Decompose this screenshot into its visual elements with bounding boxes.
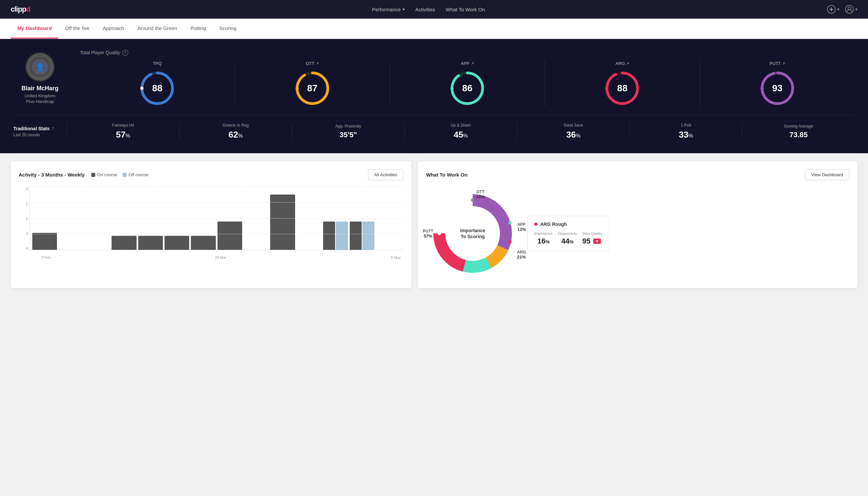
trad-label-col: Traditional Stats ? Last 20 rounds xyxy=(13,126,67,137)
trad-rounds: Last 20 rounds xyxy=(13,133,67,137)
chevron-down-icon2: ▾ xyxy=(837,7,839,12)
stat-app-proximity: App. Proximity 35'5" xyxy=(292,124,404,139)
bar-on-course xyxy=(218,221,242,250)
x-labels: 7 Feb 28 Mar 9 May xyxy=(29,255,404,260)
score-putt: PUTT ↗ 93 xyxy=(700,61,855,107)
donut-center: Importance To Scoring xyxy=(460,228,485,239)
bar-off-course xyxy=(362,221,374,250)
tpq-scores: TPQ 88 OTT ↗ xyxy=(80,61,855,107)
sub-nav: My Dashboard Off the Tee Approach Around… xyxy=(0,19,868,39)
donut-area: Importance To Scoring PUTT 57% OTT 10% A… xyxy=(426,187,849,280)
bar-group xyxy=(244,249,268,250)
add-button[interactable]: ▾ xyxy=(827,5,839,14)
bar-on-course xyxy=(32,233,57,250)
chevron-down-icon3: ▾ xyxy=(855,7,857,12)
bottom-panels: Activity - 3 Months - Weekly On course O… xyxy=(0,153,868,296)
bar-on-course xyxy=(270,195,295,250)
arrow-icon3: ↗ xyxy=(626,61,629,66)
score-tpq: TPQ 88 xyxy=(80,61,235,107)
help-icon2[interactable]: ? xyxy=(52,126,54,131)
score-arg: ARG ↗ 88 xyxy=(545,61,700,107)
player-country: United Kingdom xyxy=(25,93,56,98)
svg-point-29 xyxy=(508,221,511,224)
donut-label-app: APP 12% xyxy=(517,222,526,232)
nav-right: ▾ ▾ xyxy=(827,5,857,14)
legend-dot-off xyxy=(123,173,127,177)
bar-on-course xyxy=(138,236,163,250)
chevron-down-icon: ▾ xyxy=(403,7,405,12)
bar-group xyxy=(164,236,189,250)
svg-point-30 xyxy=(508,240,511,244)
tab-around-the-green[interactable]: Around the Green xyxy=(130,19,184,38)
nav-what-to-work-on[interactable]: What To Work On xyxy=(446,7,485,12)
logo-text2: d xyxy=(26,5,30,13)
info-metrics: Importance 16% Opportunity 44% Shot Qual… xyxy=(534,232,602,246)
bar-off-course xyxy=(336,221,348,250)
circle-app: 86 xyxy=(449,70,486,107)
logo[interactable]: clippd xyxy=(11,5,30,14)
svg-point-28 xyxy=(438,232,441,235)
tab-putting[interactable]: Putting xyxy=(184,19,213,38)
nav-performance[interactable]: Performance ▾ xyxy=(372,7,405,12)
stat-greens-in-reg: Greens In Reg 62% xyxy=(179,123,292,140)
tpq-label: Total Player Quality ? xyxy=(80,50,855,56)
dot-red-icon xyxy=(534,222,538,226)
bar-on-course xyxy=(350,221,362,250)
tab-scoring[interactable]: Scoring xyxy=(212,19,243,38)
trad-label: Traditional Stats ? xyxy=(13,126,67,131)
arrow-icon: ↗ xyxy=(316,61,319,66)
bar-on-course xyxy=(164,236,189,250)
what-to-work-on-panel: What To Work On View Dashboard xyxy=(418,161,857,288)
svg-point-4 xyxy=(848,7,851,10)
legend-on-course: On course xyxy=(91,172,117,177)
svg-point-3 xyxy=(845,5,853,13)
stat-scoring-avg: Scoring Average 73.85 xyxy=(742,124,855,139)
what-panel-header: What To Work On View Dashboard xyxy=(426,169,849,180)
activity-panel-header: Activity - 3 Months - Weekly On course O… xyxy=(19,169,404,180)
metric-shot-quality: Shot Quality 95 ▼ xyxy=(582,232,602,246)
view-dashboard-button[interactable]: View Dashboard xyxy=(805,169,849,180)
metric-opportunity: Opportunity 44% xyxy=(558,232,577,246)
user-menu[interactable]: ▾ xyxy=(845,5,857,14)
all-activities-button[interactable]: All Activities xyxy=(368,169,404,180)
player-name: Blair McHarg xyxy=(21,85,58,92)
score-ott: OTT ↗ 87 xyxy=(235,61,390,107)
help-icon[interactable]: ? xyxy=(122,50,128,56)
traditional-stats: Traditional Stats ? Last 20 rounds Fairw… xyxy=(13,123,855,143)
tab-my-dashboard[interactable]: My Dashboard xyxy=(11,19,58,38)
shot-quality-badge: ▼ xyxy=(593,238,601,244)
bar-on-course xyxy=(323,221,335,250)
grid-line-1 xyxy=(30,234,404,234)
donut-label-arg: ARG 21% xyxy=(517,250,526,260)
activity-chart-title: Activity - 3 Months - Weekly xyxy=(19,172,84,177)
bar-group xyxy=(138,236,163,250)
grid-line-3 xyxy=(30,202,404,203)
bar-group xyxy=(323,221,348,250)
bar-group xyxy=(297,249,321,250)
grid-line-2 xyxy=(30,218,404,218)
tab-approach[interactable]: Approach xyxy=(96,19,130,38)
what-panel-title: What To Work On xyxy=(426,172,467,177)
nav-activities[interactable]: Activities xyxy=(415,7,435,12)
svg-point-16 xyxy=(450,87,454,90)
player-handicap: Plus Handicap xyxy=(26,99,54,104)
y-axis: 4 3 2 1 0 xyxy=(19,187,28,250)
activity-panel: Activity - 3 Months - Weekly On course O… xyxy=(11,161,411,288)
circle-ott: 87 xyxy=(294,70,331,107)
player-info: 👤 Blair McHarg United Kingdom Plus Handi… xyxy=(13,52,67,104)
bar-group xyxy=(85,249,110,250)
tab-off-the-tee[interactable]: Off the Tee xyxy=(58,19,96,38)
bar-on-course xyxy=(112,236,136,250)
bars-container xyxy=(29,187,404,250)
bar-group xyxy=(112,236,136,250)
logo-text1: clipp xyxy=(11,5,26,13)
circle-arg: 88 xyxy=(604,70,641,107)
stat-fairways-hit: Fairways Hit 57% xyxy=(67,123,179,140)
grid-line-4 xyxy=(30,187,404,187)
chart-legend: On course Off course xyxy=(91,172,148,177)
stat-up-and-down: Up & Down 45% xyxy=(404,123,517,140)
info-card-title: ARG Rough xyxy=(534,221,602,227)
bar-group xyxy=(270,195,295,250)
bar-group xyxy=(32,233,57,250)
metric-importance: Importance 16% xyxy=(534,232,553,246)
